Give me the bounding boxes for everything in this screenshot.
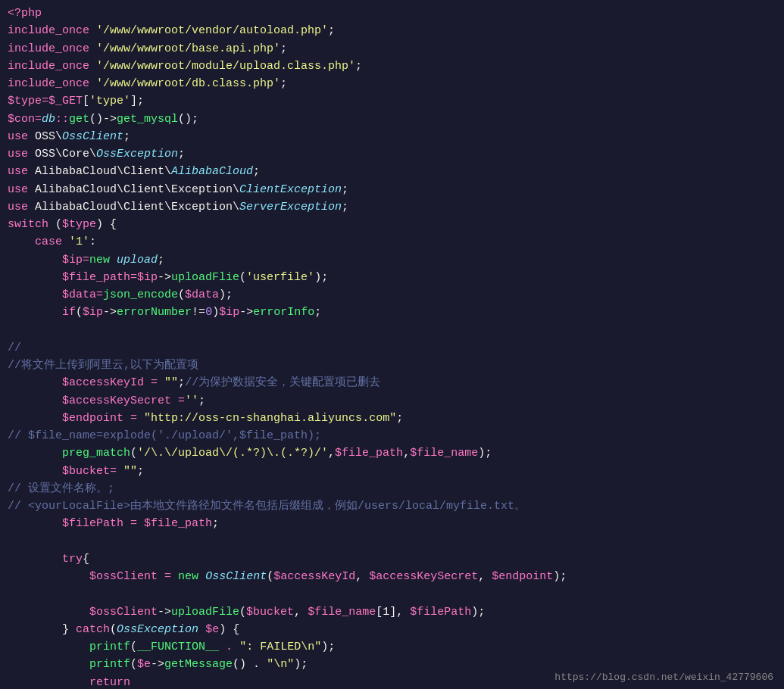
- var-file-path-2: $file_path: [335, 447, 403, 460]
- keyword-catch: catch: [76, 623, 110, 636]
- var-filepath-2: $filePath: [410, 606, 471, 619]
- var-type: $type: [8, 95, 42, 108]
- keyword-try: try: [62, 553, 83, 566]
- str-endpoint: "http://oss-cn-shanghai.aliyuncs.com": [144, 412, 396, 425]
- var-filepath: $filePath: [62, 517, 123, 530]
- comment-blank-slash: //: [8, 341, 21, 354]
- var-endpoint-2: $endpoint: [492, 570, 553, 583]
- var-access-key-id-2: $accessKeyId: [273, 570, 355, 583]
- var-bucket: $bucket: [62, 465, 110, 478]
- var-ip-4: $ip: [219, 306, 239, 319]
- keyword-if: if: [62, 306, 76, 319]
- func-function: __FUNCTION__: [137, 641, 219, 653]
- str-empty-2: '': [185, 394, 198, 407]
- var-file-path-3: $file_path: [144, 517, 212, 530]
- keyword-return: return: [89, 676, 130, 689]
- var-ip: $ip: [62, 254, 83, 267]
- func-printf-2: printf: [89, 658, 130, 671]
- comment-your-local: // <yourLocalFile>由本地文件路径加文件名包括后缀组成，例如/u…: [8, 500, 526, 513]
- func-printf-1: printf: [89, 641, 130, 653]
- string-upload-class: '/www/wwwroot/module/upload.class.php': [96, 60, 355, 73]
- string-db-class: '/www/wwwroot/db.class.php': [96, 77, 280, 90]
- var-e: $e: [137, 658, 151, 671]
- keyword-use-4: use: [8, 183, 28, 196]
- func-upload-file: uploadFile: [171, 606, 239, 619]
- comment-security: //为保护数据安全，关键配置项已删去: [185, 376, 380, 389]
- class-upload: upload: [117, 254, 158, 267]
- string-base-api: '/www/wwwroot/base.api.php': [96, 42, 280, 55]
- class-oss-exception: OssException: [96, 148, 178, 161]
- func-error-info: errorInfo: [253, 306, 314, 319]
- var-con: $con: [8, 113, 35, 126]
- var-access-key-secret: $accessKeySecret: [62, 394, 171, 407]
- num-0: 0: [205, 306, 212, 319]
- watermark: https://blog.csdn.net/weixin_42779606: [554, 670, 773, 685]
- class-alibaba-cloud: AlibabaCloud: [171, 165, 253, 178]
- keyword-case: case: [35, 235, 62, 248]
- comment-set-filename: // 设置文件名称。;: [8, 482, 114, 495]
- str-empty-1: "": [164, 376, 178, 389]
- var-file-name: $file_name: [410, 447, 478, 460]
- keyword-include-1: include_once: [8, 24, 89, 37]
- string-autoload: '/www/wwwroot/vendor/autoload.php': [96, 24, 328, 37]
- var-access-key-secret-2: $accessKeySecret: [369, 570, 478, 583]
- keyword-use-2: use: [8, 148, 28, 161]
- str-failed: ": FAILED\n": [239, 641, 321, 653]
- keyword-include-3: include_once: [8, 60, 89, 73]
- var-get: $_GET: [48, 95, 83, 108]
- var-oss-client: $ossClient: [89, 570, 158, 583]
- keyword-new-2: new: [178, 570, 198, 583]
- code-editor: <?php include_once '/www/wwwroot/vendor/…: [0, 0, 784, 689]
- func-upload-flie: uploadFlie: [171, 271, 239, 284]
- var-access-key-id: $accessKeyId: [62, 376, 144, 389]
- var-data: $data: [62, 288, 96, 301]
- class-oss-client: OssClient: [62, 130, 123, 143]
- var-data-2: $data: [185, 288, 219, 301]
- keyword-new-1: new: [89, 254, 110, 267]
- str-type-key: 'type': [89, 95, 130, 108]
- var-oss-client-2: $ossClient: [89, 606, 158, 619]
- var-ip-2: $ip: [137, 271, 158, 284]
- comment-cn-upload: //将文件上传到阿里云,以下为配置项: [8, 359, 198, 372]
- var-endpoint: $endpoint: [62, 412, 123, 425]
- class-db: db: [42, 113, 55, 126]
- php-open-tag: <?php: [8, 7, 42, 20]
- func-get: get: [69, 113, 89, 126]
- class-client-exception: ClientException: [239, 183, 342, 196]
- var-file-path: $file_path: [62, 271, 130, 284]
- var-file-name-1: $file_name: [308, 606, 376, 619]
- func-get-message: getMessage: [164, 658, 233, 671]
- func-error-number: errorNumber: [117, 306, 192, 319]
- var-bucket-2: $bucket: [246, 606, 294, 619]
- var-ip-3: $ip: [83, 306, 103, 319]
- func-get-mysql: get_mysql: [117, 113, 178, 126]
- func-json-encode: json_encode: [103, 288, 178, 301]
- keyword-use-3: use: [8, 165, 28, 178]
- var-type-switch: $type: [62, 218, 96, 231]
- comment-file-name-explode: // $file_name=explode('./upload/',$file_…: [8, 429, 321, 442]
- str-bucket-empty: "": [123, 465, 137, 478]
- class-oss-exception-catch: OssException: [117, 623, 198, 636]
- str-case-1: '1': [69, 235, 89, 248]
- str-newline: "\n": [267, 658, 294, 671]
- class-server-exception: ServerException: [239, 201, 342, 214]
- keyword-use-5: use: [8, 201, 28, 214]
- func-preg-match: preg_match: [62, 447, 130, 460]
- keyword-switch: switch: [8, 218, 48, 231]
- str-regex: '/\.\/upload\/(.*?)\.(.*?)/': [137, 447, 328, 460]
- keyword-include-2: include_once: [8, 42, 89, 55]
- keyword-include-4: include_once: [8, 77, 89, 90]
- str-userfile: 'userfile': [246, 271, 314, 284]
- var-exception-e: $e: [205, 623, 219, 636]
- class-oss-client-new: OssClient: [205, 570, 267, 583]
- keyword-use-1: use: [8, 130, 28, 143]
